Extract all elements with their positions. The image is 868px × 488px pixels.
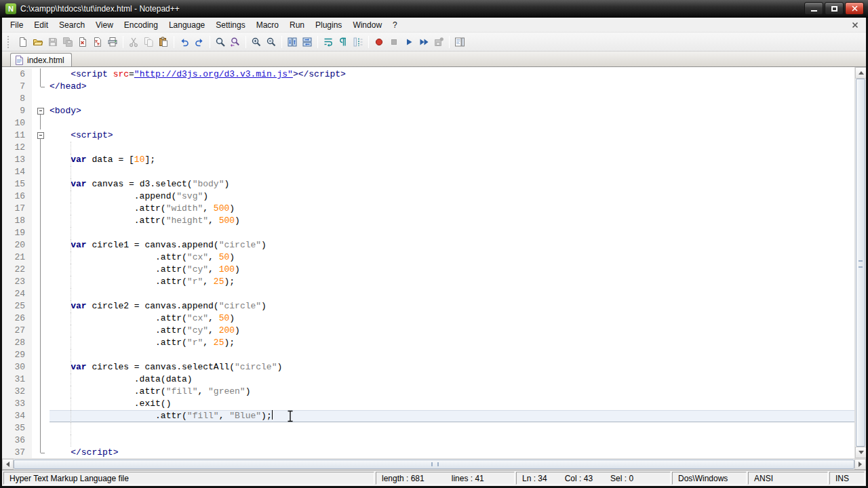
record-macro-icon[interactable] [372, 35, 387, 49]
copy-icon[interactable] [141, 35, 156, 49]
code-line-37[interactable]: 37 </script> [2, 447, 854, 458]
code-line-12[interactable]: 12 [2, 142, 854, 154]
code-line-14[interactable]: 14 [2, 166, 854, 178]
code-text: .attr("r", 25); [50, 337, 854, 349]
maximize-button[interactable] [825, 2, 844, 15]
vertical-scrollbar[interactable] [854, 67, 866, 458]
menu-item-search[interactable]: Search [54, 18, 90, 32]
code-line-28[interactable]: 28 .attr("r", 25); [2, 337, 854, 349]
code-line-23[interactable]: 23 .attr("r", 25); [2, 276, 854, 288]
code-line-19[interactable]: 19 [2, 227, 854, 239]
close-file-icon[interactable] [75, 35, 90, 49]
menu-item-macro[interactable]: Macro [251, 18, 284, 32]
menu-item-run[interactable]: Run [284, 18, 310, 32]
code-line-22[interactable]: 22 .attr("cy", 100) [2, 264, 854, 276]
menu-item-window[interactable]: Window [347, 18, 387, 32]
title-bar[interactable]: N C:\xampp\htdocs\tut\index.html - Notep… [0, 0, 868, 18]
status-encoding[interactable]: ANSI [748, 472, 828, 485]
code-line-30[interactable]: 30 var circles = canvas.selectAll("circl… [2, 361, 854, 373]
code-line-29[interactable]: 29 [2, 349, 854, 361]
indent-guide-icon[interactable] [351, 35, 366, 49]
word-wrap-icon[interactable] [321, 35, 336, 49]
scroll-down-button[interactable] [855, 447, 866, 458]
code-line-21[interactable]: 21 .attr("cx", 50) [2, 251, 854, 264]
code-line-20[interactable]: 20 var circle1 = canvas.append("circle") [2, 239, 854, 251]
open-file-icon[interactable] [31, 35, 45, 49]
code-line-10[interactable]: 10 [2, 117, 854, 129]
fold-toggle[interactable] [32, 105, 50, 117]
horizontal-scrollbar[interactable] [2, 458, 866, 470]
menu-item-settings[interactable]: Settings [210, 18, 250, 32]
code-line-33[interactable]: 33 .exit() [2, 398, 854, 410]
code-line-13[interactable]: 13 var data = [10]; [2, 154, 854, 166]
paste-icon[interactable] [156, 35, 171, 49]
save-all-icon[interactable] [60, 35, 75, 49]
menu-item-edit[interactable]: Edit [28, 18, 54, 32]
undo-icon[interactable] [177, 35, 192, 49]
code-text: .append("svg") [50, 190, 854, 203]
document-map-icon[interactable] [452, 35, 467, 49]
menu-item-plugins[interactable]: Plugins [310, 18, 347, 32]
vertical-scrollbar-thumb[interactable] [856, 79, 865, 447]
save-file-icon[interactable] [45, 35, 60, 49]
menu-item-encoding[interactable]: Encoding [119, 18, 163, 32]
code-line-35[interactable]: 35 [2, 422, 854, 434]
menu-item-file[interactable]: File [5, 18, 28, 32]
code-line-24[interactable]: 24 [2, 288, 854, 300]
menu-item-view[interactable]: View [90, 18, 119, 32]
code-text: .attr("r", 25); [50, 276, 854, 288]
line-number: 29 [2, 349, 32, 361]
code-text: <script src="http://d3js.org/d3.v3.min.j… [50, 68, 854, 81]
code-line-15[interactable]: 15 var canvas = d3.select("body") [2, 178, 854, 190]
fold-toggle[interactable] [32, 129, 50, 142]
horizontal-scrollbar-thumb[interactable] [14, 460, 854, 469]
fold-margin [32, 349, 50, 361]
find-icon[interactable] [213, 35, 228, 49]
code-line-34[interactable]: 34 .attr("fill", "Blue"); [2, 410, 854, 422]
zoom-in-icon[interactable] [249, 35, 264, 49]
tab-index-html[interactable]: index.html [10, 53, 72, 67]
sync-horizontal-scroll-icon[interactable] [300, 35, 315, 49]
minimize-button[interactable] [804, 2, 823, 15]
replace-icon[interactable] [228, 35, 243, 49]
status-insert-mode[interactable]: INS [829, 472, 865, 485]
code-line-32[interactable]: 32 .attr("fill", "green") [2, 386, 854, 398]
close-all-icon[interactable] [90, 35, 105, 49]
status-eol-format[interactable]: Dos\Windows [672, 472, 747, 485]
print-icon[interactable] [105, 35, 120, 49]
show-all-characters-icon[interactable] [336, 35, 351, 49]
code-line-7[interactable]: 7</head> [2, 81, 854, 93]
code-line-27[interactable]: 27 .attr("cy", 200) [2, 325, 854, 337]
run-macro-multiple-icon[interactable] [416, 35, 431, 49]
code-line-25[interactable]: 25 var circle2 = canvas.append("circle") [2, 300, 854, 312]
code-line-17[interactable]: 17 .attr("width", 500) [2, 203, 854, 215]
code-line-16[interactable]: 16 .append("svg") [2, 190, 854, 203]
scroll-left-button[interactable] [2, 459, 14, 470]
new-file-icon[interactable] [16, 35, 31, 49]
close-button[interactable] [845, 2, 864, 15]
play-macro-icon[interactable] [401, 35, 416, 49]
code-line-6[interactable]: 6 <script src="http://d3js.org/d3.v3.min… [2, 68, 854, 81]
menu-item-help[interactable]: ? [387, 18, 403, 32]
code-line-11[interactable]: 11 <script> [2, 129, 854, 142]
save-macro-icon[interactable] [431, 35, 446, 49]
code-line-8[interactable]: 8 [2, 93, 854, 105]
redo-icon[interactable] [192, 35, 207, 49]
code-line-18[interactable]: 18 .attr("height", 500) [2, 215, 854, 227]
code-line-36[interactable]: 36 [2, 434, 854, 447]
stop-macro-icon[interactable] [387, 35, 401, 49]
scroll-right-button[interactable] [854, 459, 866, 470]
menu-item-language[interactable]: Language [163, 18, 210, 32]
cut-icon[interactable] [126, 35, 141, 49]
code-editor[interactable]: 6 <script src="http://d3js.org/d3.v3.min… [2, 66, 866, 458]
code-line-9[interactable]: 9<body> [2, 105, 854, 117]
close-document-button[interactable] [850, 20, 861, 30]
zoom-out-icon[interactable] [264, 35, 279, 49]
code-line-31[interactable]: 31 .data(data) [2, 373, 854, 386]
close-icon [852, 5, 858, 12]
scroll-up-button[interactable] [855, 67, 866, 79]
sync-vertical-scroll-icon[interactable] [285, 35, 300, 49]
code-line-26[interactable]: 26 .attr("cx", 50) [2, 312, 854, 325]
fold-margin [32, 142, 50, 154]
line-number: 22 [2, 264, 32, 276]
